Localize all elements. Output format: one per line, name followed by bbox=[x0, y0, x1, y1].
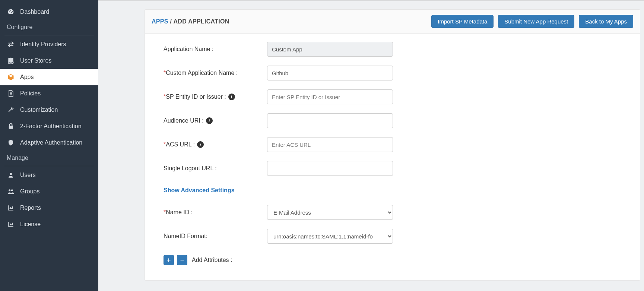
custom-app-name-input[interactable] bbox=[267, 66, 393, 80]
sidebar-item-label: Groups bbox=[20, 188, 39, 195]
sidebar-item-two-factor[interactable]: 2-Factor Authentication bbox=[0, 118, 98, 135]
divider bbox=[4, 35, 94, 35]
chart-icon bbox=[7, 220, 15, 228]
single-logout-url-label: Single Logout URL : bbox=[164, 165, 267, 172]
sidebar-item-label: Adaptive Authentication bbox=[20, 139, 82, 146]
application-name-input bbox=[267, 42, 393, 57]
sidebar-item-reports[interactable]: Reports bbox=[0, 200, 98, 216]
sidebar-section-manage: Manage bbox=[0, 151, 98, 165]
sidebar-item-dashboard[interactable]: Dashboard bbox=[0, 4, 98, 20]
custom-app-name-label: *Custom Application Name : bbox=[164, 70, 267, 76]
sidebar-item-label: Users bbox=[20, 172, 36, 178]
import-sp-metadata-button[interactable]: Import SP Metadata bbox=[431, 15, 494, 28]
info-icon[interactable]: i bbox=[228, 94, 235, 100]
nameid-format-label: NameID Format: bbox=[164, 233, 267, 240]
single-logout-url-input[interactable] bbox=[267, 161, 393, 176]
add-attributes-label: Add Attributes : bbox=[192, 257, 232, 263]
sidebar-item-license[interactable]: License bbox=[0, 216, 98, 233]
svg-point-1 bbox=[10, 173, 12, 175]
field-audience-uri: Audience URI : i bbox=[164, 113, 625, 128]
sidebar-item-label: 2-Factor Authentication bbox=[20, 123, 82, 130]
label-text: Name ID : bbox=[166, 209, 193, 215]
sidebar-item-label: Dashboard bbox=[20, 9, 49, 15]
breadcrumb-root[interactable]: APPS bbox=[152, 18, 168, 25]
field-nameid-format: NameID Format: urn:oasis:names:tc:SAML:1… bbox=[164, 229, 625, 244]
wrench-icon bbox=[7, 106, 15, 114]
panel-body: Application Name : *Custom Application N… bbox=[145, 34, 640, 280]
cube-icon bbox=[7, 73, 15, 81]
exchange-icon bbox=[7, 40, 15, 48]
sidebar-section-configure: Configure bbox=[0, 20, 98, 34]
sidebar-item-label: License bbox=[20, 221, 41, 228]
name-id-label: *Name ID : bbox=[164, 209, 267, 216]
field-application-name: Application Name : bbox=[164, 42, 625, 57]
sidebar-item-users[interactable]: Users bbox=[0, 167, 98, 183]
back-to-my-apps-button[interactable]: Back to My Apps bbox=[579, 15, 633, 28]
svg-point-3 bbox=[11, 189, 13, 191]
sidebar-item-groups[interactable]: Groups bbox=[0, 183, 98, 200]
lock-icon bbox=[7, 122, 15, 130]
name-id-select[interactable]: E-Mail Address bbox=[267, 205, 393, 220]
info-icon[interactable]: i bbox=[206, 117, 213, 124]
add-attributes-row: + − Add Attributes : bbox=[164, 255, 625, 265]
remove-attribute-button[interactable]: − bbox=[177, 255, 187, 265]
sidebar-item-label: Apps bbox=[20, 74, 34, 80]
sidebar-item-policies[interactable]: Policies bbox=[0, 85, 98, 102]
label-text: Audience URI : bbox=[164, 117, 204, 124]
audience-uri-input[interactable] bbox=[267, 113, 393, 128]
nameid-format-select[interactable]: urn:oasis:names:tc:SAML:1.1:nameid-fo bbox=[267, 229, 393, 244]
sidebar-item-customization[interactable]: Customization bbox=[0, 102, 98, 118]
label-text: SP Entity ID or Issuer : bbox=[166, 94, 226, 100]
field-acs-url: *ACS URL : i bbox=[164, 137, 625, 152]
field-single-logout-url: Single Logout URL : bbox=[164, 161, 625, 176]
show-advanced-settings-link[interactable]: Show Advanced Settings bbox=[164, 187, 235, 194]
breadcrumb-leaf: ADD APPLICATION bbox=[173, 18, 229, 25]
header-actions: Import SP Metadata Submit New App Reques… bbox=[431, 15, 633, 28]
breadcrumb-separator: / bbox=[170, 18, 172, 25]
panel-header: APPS / ADD APPLICATION Import SP Metadat… bbox=[145, 10, 640, 34]
users-icon bbox=[7, 187, 15, 196]
application-name-label: Application Name : bbox=[164, 46, 267, 53]
sidebar-item-apps[interactable]: Apps bbox=[0, 69, 98, 85]
document-icon bbox=[7, 89, 15, 98]
sidebar-item-label: User Stores bbox=[20, 57, 51, 64]
acs-url-input[interactable] bbox=[267, 137, 393, 152]
dashboard-icon bbox=[7, 8, 15, 16]
sidebar-item-adaptive-auth[interactable]: Adaptive Authentication bbox=[0, 135, 98, 151]
sidebar-item-label: Reports bbox=[20, 205, 41, 211]
svg-point-2 bbox=[9, 189, 10, 191]
sidebar-item-label: Identity Providers bbox=[20, 41, 66, 48]
sp-entity-id-input[interactable] bbox=[267, 89, 393, 104]
field-sp-entity-id: *SP Entity ID or Issuer : i bbox=[164, 89, 625, 104]
sidebar-item-user-stores[interactable]: User Stores bbox=[0, 53, 98, 69]
acs-url-label: *ACS URL : i bbox=[164, 141, 267, 148]
main-content: APPS / ADD APPLICATION Import SP Metadat… bbox=[98, 0, 644, 291]
info-icon[interactable]: i bbox=[197, 141, 204, 148]
database-icon bbox=[7, 57, 15, 65]
field-custom-app-name: *Custom Application Name : bbox=[164, 66, 625, 80]
sp-entity-id-label: *SP Entity ID or Issuer : i bbox=[164, 94, 267, 100]
submit-new-app-request-button[interactable]: Submit New App Request bbox=[498, 15, 574, 28]
sidebar-item-identity-providers[interactable]: Identity Providers bbox=[0, 36, 98, 53]
divider bbox=[4, 166, 94, 166]
label-text: ACS URL : bbox=[166, 141, 195, 148]
breadcrumb: APPS / ADD APPLICATION bbox=[152, 18, 229, 25]
field-name-id: *Name ID : E-Mail Address bbox=[164, 205, 625, 220]
panel: APPS / ADD APPLICATION Import SP Metadat… bbox=[145, 9, 640, 281]
audience-uri-label: Audience URI : i bbox=[164, 117, 267, 124]
add-attribute-button[interactable]: + bbox=[164, 255, 174, 265]
chart-icon bbox=[7, 204, 15, 212]
shield-icon bbox=[7, 139, 15, 147]
label-text: Custom Application Name : bbox=[166, 70, 238, 76]
sidebar: Dashboard Configure Identity Providers U… bbox=[0, 0, 98, 291]
sidebar-item-label: Policies bbox=[20, 90, 41, 97]
user-icon bbox=[7, 171, 15, 179]
sidebar-item-label: Customization bbox=[20, 107, 58, 113]
